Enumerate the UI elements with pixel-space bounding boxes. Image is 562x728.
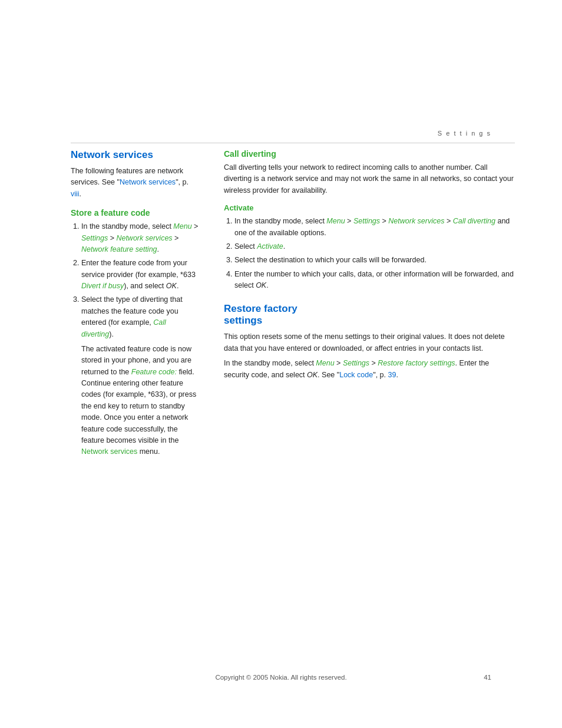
act-step1-text2: > [345,217,353,225]
step1-text5: . [157,245,159,253]
store-indent-para: The activated feature code is now stored… [81,344,200,458]
restore-menu: Menu [316,359,334,367]
restore-text2: > [335,359,343,367]
act-step1-call-div: Call diverting [453,217,495,225]
network-services-intro: The following features are network servi… [71,166,200,200]
restore-text6: ", p. [373,371,388,379]
act-step2-activate: Activate [257,242,283,251]
network-services-link[interactable]: Network services [120,178,176,186]
act-step1-text3: > [380,217,388,225]
content-area: Network services The following features … [0,143,562,462]
page-39-link[interactable]: 39 [388,371,396,379]
step1-network-feature: Network feature setting [81,245,157,253]
restore-text1: In the standby mode, select [224,359,316,367]
restore-ok: OK [307,371,318,379]
step2-text3: . [177,282,178,290]
call-diverting-title: Call diverting [224,149,515,159]
activate-step-2: Select Activate. [234,241,515,252]
step2-text2: ), and select [124,282,166,290]
activate-step-1: In the standby mode, select Menu > Setti… [234,216,515,239]
left-column: Network services The following features … [71,149,200,462]
indent-feature-code: Feature code: [131,368,177,376]
step1-text1: In the standby mode, select [81,222,173,230]
store-step-2: Enter the feature code from your service… [81,258,200,292]
step1-settings: Settings [81,234,108,242]
store-step-3: Select the type of diverting that matche… [81,294,200,340]
step1-text3: > [108,234,116,242]
restore-factory-intro: This option resets some of the menu sett… [224,331,515,354]
step3-text2: ). [109,330,114,338]
indent-text2: field. Continue entering other feature c… [81,368,196,444]
footer-copyright: Copyright © 2005 Nokia. All rights reser… [0,674,562,681]
step1-text2: > [192,222,199,230]
act-step1-menu: Menu [326,217,345,225]
intro-text2: ", p. [176,178,189,186]
act-step1-network: Network services [388,217,444,225]
act-step4-text1: Enter the number to which your calls, da… [234,270,514,289]
store-step-1: In the standby mode, select Menu > Setti… [81,221,200,255]
restore-settings: Settings [343,359,369,367]
step2-text1: Enter the feature code from your service… [81,259,196,278]
store-feature-code-steps: In the standby mode, select Menu > Setti… [81,221,200,340]
restore-text5: . See " [318,371,339,379]
act-step1-settings: Settings [353,217,380,225]
call-diverting-intro: Call diverting tells your network to red… [224,162,515,196]
act-step3-text1: Select the destination to which your cal… [234,256,427,264]
indent-network-services-link[interactable]: Network services [81,447,137,456]
indent-text3: menu. [137,447,160,456]
store-feature-code-title: Store a feature code [71,208,200,218]
page: S e t t i n g s Network services The fol… [0,0,562,728]
step2-divert: Divert if busy [81,282,124,290]
restore-title-text: Restore factorysettings [224,303,297,326]
activate-step-4: Enter the number to which your calls, da… [234,269,515,292]
right-column: Call diverting Call diverting tells your… [224,149,515,462]
activate-steps: In the standby mode, select Menu > Setti… [234,216,515,291]
footer-page-number: 41 [484,674,491,681]
act-step4-ok: OK [256,281,266,289]
page-ref-link[interactable]: viii [71,190,80,198]
restore-factory-link: Restore factory settings [378,359,455,367]
activate-title: Activate [224,203,515,212]
intro-text3: . [80,190,81,198]
step1-text4: > [173,234,179,242]
step1-network-services: Network services [116,234,172,242]
page-header: S e t t i n g s [0,0,562,143]
restore-factory-instruction: In the standby mode, select Menu > Setti… [224,358,515,381]
network-services-title: Network services [71,149,200,161]
restore-text3: > [369,359,378,367]
act-step2-text2: . [283,242,285,251]
act-step2-text1: Select [234,242,257,251]
activate-step-3: Select the destination to which your cal… [234,255,515,266]
step2-ok: OK [166,282,177,290]
restore-text7: . [396,371,398,379]
restore-factory-title: Restore factorysettings [224,303,515,327]
step1-menu: Menu [173,222,191,230]
act-step1-text1: In the standby mode, select [234,217,326,225]
act-step4-text2: . [266,281,268,289]
act-step1-text4: > [444,217,452,225]
section-label: S e t t i n g s [438,130,491,137]
lock-code-link[interactable]: Lock code [339,371,373,379]
step3-text1: Select the type of diverting that matche… [81,295,183,327]
